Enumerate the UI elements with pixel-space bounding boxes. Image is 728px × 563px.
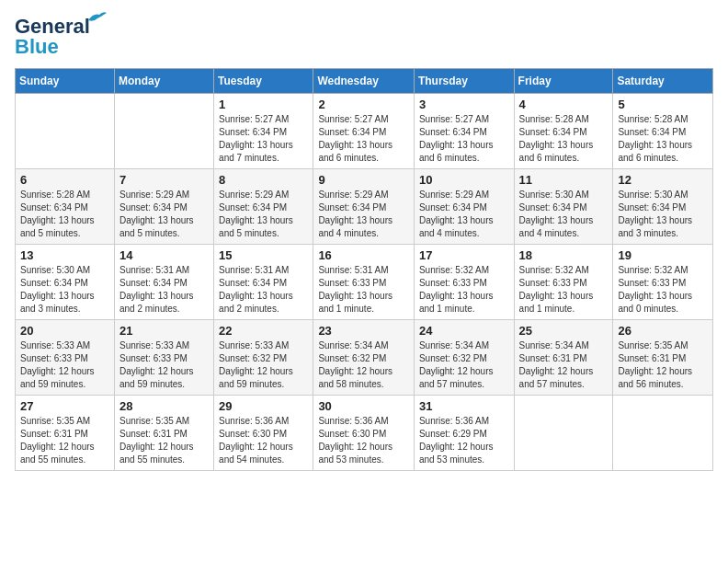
day-cell: 4Sunrise: 5:28 AM Sunset: 6:34 PM Daylig… bbox=[514, 94, 613, 169]
day-info: Sunrise: 5:33 AM Sunset: 6:33 PM Dayligh… bbox=[119, 339, 209, 391]
day-info: Sunrise: 5:32 AM Sunset: 6:33 PM Dayligh… bbox=[618, 264, 708, 316]
day-cell: 28Sunrise: 5:35 AM Sunset: 6:31 PM Dayli… bbox=[114, 396, 213, 471]
week-row-3: 13Sunrise: 5:30 AM Sunset: 6:34 PM Dayli… bbox=[16, 245, 713, 320]
day-number: 31 bbox=[419, 399, 509, 413]
day-info: Sunrise: 5:33 AM Sunset: 6:33 PM Dayligh… bbox=[20, 339, 109, 391]
logo-bird-icon bbox=[86, 9, 107, 26]
day-info: Sunrise: 5:32 AM Sunset: 6:33 PM Dayligh… bbox=[519, 264, 609, 316]
day-cell: 7Sunrise: 5:29 AM Sunset: 6:34 PM Daylig… bbox=[114, 169, 213, 245]
day-cell: 11Sunrise: 5:30 AM Sunset: 6:34 PM Dayli… bbox=[514, 169, 613, 245]
day-info: Sunrise: 5:29 AM Sunset: 6:34 PM Dayligh… bbox=[119, 189, 209, 240]
day-info: Sunrise: 5:36 AM Sunset: 6:30 PM Dayligh… bbox=[219, 415, 308, 466]
day-number: 6 bbox=[20, 173, 109, 187]
day-info: Sunrise: 5:27 AM Sunset: 6:34 PM Dayligh… bbox=[219, 113, 308, 165]
weekday-header-monday: Monday bbox=[114, 69, 213, 94]
day-cell: 24Sunrise: 5:34 AM Sunset: 6:32 PM Dayli… bbox=[414, 320, 514, 396]
day-cell: 25Sunrise: 5:34 AM Sunset: 6:31 PM Dayli… bbox=[514, 320, 613, 396]
day-cell: 1Sunrise: 5:27 AM Sunset: 6:34 PM Daylig… bbox=[214, 94, 313, 169]
logo-general: General bbox=[15, 15, 90, 38]
day-number: 3 bbox=[419, 98, 509, 111]
day-number: 30 bbox=[318, 399, 409, 413]
day-cell: 22Sunrise: 5:33 AM Sunset: 6:32 PM Dayli… bbox=[214, 320, 313, 396]
day-info: Sunrise: 5:35 AM Sunset: 6:31 PM Dayligh… bbox=[20, 415, 109, 466]
day-number: 24 bbox=[419, 324, 509, 338]
day-info: Sunrise: 5:33 AM Sunset: 6:32 PM Dayligh… bbox=[219, 339, 308, 391]
day-number: 27 bbox=[20, 399, 109, 413]
day-number: 7 bbox=[119, 173, 209, 187]
day-number: 22 bbox=[219, 324, 308, 338]
day-number: 4 bbox=[519, 98, 609, 111]
day-number: 19 bbox=[618, 248, 708, 262]
day-cell: 16Sunrise: 5:31 AM Sunset: 6:33 PM Dayli… bbox=[313, 245, 415, 320]
day-info: Sunrise: 5:31 AM Sunset: 6:34 PM Dayligh… bbox=[219, 264, 308, 316]
day-number: 17 bbox=[419, 248, 509, 262]
day-info: Sunrise: 5:29 AM Sunset: 6:34 PM Dayligh… bbox=[419, 189, 509, 240]
day-cell: 14Sunrise: 5:31 AM Sunset: 6:34 PM Dayli… bbox=[114, 245, 213, 320]
calendar-table: SundayMondayTuesdayWednesdayThursdayFrid… bbox=[15, 68, 713, 471]
weekday-header-row: SundayMondayTuesdayWednesdayThursdayFrid… bbox=[16, 69, 713, 94]
day-info: Sunrise: 5:27 AM Sunset: 6:34 PM Dayligh… bbox=[419, 113, 509, 165]
day-cell: 20Sunrise: 5:33 AM Sunset: 6:33 PM Dayli… bbox=[16, 320, 115, 396]
day-number: 26 bbox=[618, 324, 708, 338]
day-info: Sunrise: 5:30 AM Sunset: 6:34 PM Dayligh… bbox=[618, 189, 708, 240]
day-number: 23 bbox=[318, 324, 409, 338]
day-info: Sunrise: 5:30 AM Sunset: 6:34 PM Dayligh… bbox=[20, 264, 109, 316]
day-info: Sunrise: 5:36 AM Sunset: 6:30 PM Dayligh… bbox=[318, 415, 409, 466]
day-cell: 13Sunrise: 5:30 AM Sunset: 6:34 PM Dayli… bbox=[16, 245, 115, 320]
day-info: Sunrise: 5:34 AM Sunset: 6:31 PM Dayligh… bbox=[519, 339, 609, 391]
day-cell: 21Sunrise: 5:33 AM Sunset: 6:33 PM Dayli… bbox=[114, 320, 213, 396]
day-cell: 23Sunrise: 5:34 AM Sunset: 6:32 PM Dayli… bbox=[313, 320, 415, 396]
day-cell: 6Sunrise: 5:28 AM Sunset: 6:34 PM Daylig… bbox=[16, 169, 115, 245]
day-cell bbox=[613, 396, 713, 471]
weekday-header-friday: Friday bbox=[514, 69, 613, 94]
day-number: 16 bbox=[318, 248, 409, 262]
day-cell: 29Sunrise: 5:36 AM Sunset: 6:30 PM Dayli… bbox=[214, 396, 313, 471]
day-info: Sunrise: 5:34 AM Sunset: 6:32 PM Dayligh… bbox=[318, 339, 409, 391]
day-info: Sunrise: 5:29 AM Sunset: 6:34 PM Dayligh… bbox=[219, 189, 308, 240]
weekday-header-sunday: Sunday bbox=[16, 69, 115, 94]
day-cell: 10Sunrise: 5:29 AM Sunset: 6:34 PM Dayli… bbox=[414, 169, 514, 245]
day-cell: 15Sunrise: 5:31 AM Sunset: 6:34 PM Dayli… bbox=[214, 245, 313, 320]
day-cell: 19Sunrise: 5:32 AM Sunset: 6:33 PM Dayli… bbox=[613, 245, 713, 320]
day-info: Sunrise: 5:31 AM Sunset: 6:33 PM Dayligh… bbox=[318, 264, 409, 316]
day-info: Sunrise: 5:35 AM Sunset: 6:31 PM Dayligh… bbox=[119, 415, 209, 466]
day-cell bbox=[114, 94, 213, 169]
day-info: Sunrise: 5:28 AM Sunset: 6:34 PM Dayligh… bbox=[20, 189, 109, 240]
day-number: 15 bbox=[219, 248, 308, 262]
weekday-header-wednesday: Wednesday bbox=[313, 69, 415, 94]
day-number: 12 bbox=[618, 173, 708, 187]
day-info: Sunrise: 5:28 AM Sunset: 6:34 PM Dayligh… bbox=[618, 113, 708, 165]
day-info: Sunrise: 5:36 AM Sunset: 6:29 PM Dayligh… bbox=[419, 415, 509, 466]
day-cell: 31Sunrise: 5:36 AM Sunset: 6:29 PM Dayli… bbox=[414, 396, 514, 471]
weekday-header-tuesday: Tuesday bbox=[214, 69, 313, 94]
day-cell: 12Sunrise: 5:30 AM Sunset: 6:34 PM Dayli… bbox=[613, 169, 713, 245]
day-cell: 2Sunrise: 5:27 AM Sunset: 6:34 PM Daylig… bbox=[313, 94, 415, 169]
day-number: 13 bbox=[20, 248, 109, 262]
day-cell: 3Sunrise: 5:27 AM Sunset: 6:34 PM Daylig… bbox=[414, 94, 514, 169]
calendar-body: 1Sunrise: 5:27 AM Sunset: 6:34 PM Daylig… bbox=[16, 94, 713, 471]
day-number: 9 bbox=[318, 173, 409, 187]
day-number: 8 bbox=[219, 173, 308, 187]
week-row-1: 1Sunrise: 5:27 AM Sunset: 6:34 PM Daylig… bbox=[16, 94, 713, 169]
day-number: 11 bbox=[519, 173, 609, 187]
weekday-header-saturday: Saturday bbox=[613, 69, 713, 94]
logo: General Blue bbox=[15, 15, 90, 59]
day-cell: 26Sunrise: 5:35 AM Sunset: 6:31 PM Dayli… bbox=[613, 320, 713, 396]
day-info: Sunrise: 5:35 AM Sunset: 6:31 PM Dayligh… bbox=[618, 339, 708, 391]
day-number: 2 bbox=[318, 98, 409, 111]
day-info: Sunrise: 5:29 AM Sunset: 6:34 PM Dayligh… bbox=[318, 189, 409, 240]
day-cell: 5Sunrise: 5:28 AM Sunset: 6:34 PM Daylig… bbox=[613, 94, 713, 169]
day-number: 5 bbox=[618, 98, 708, 111]
day-number: 28 bbox=[119, 399, 209, 413]
day-cell bbox=[514, 396, 613, 471]
day-cell: 9Sunrise: 5:29 AM Sunset: 6:34 PM Daylig… bbox=[313, 169, 415, 245]
day-number: 25 bbox=[519, 324, 609, 338]
day-number: 10 bbox=[419, 173, 509, 187]
day-info: Sunrise: 5:30 AM Sunset: 6:34 PM Dayligh… bbox=[519, 189, 609, 240]
day-number: 1 bbox=[219, 98, 308, 111]
week-row-2: 6Sunrise: 5:28 AM Sunset: 6:34 PM Daylig… bbox=[16, 169, 713, 245]
day-info: Sunrise: 5:28 AM Sunset: 6:34 PM Dayligh… bbox=[519, 113, 609, 165]
day-info: Sunrise: 5:34 AM Sunset: 6:32 PM Dayligh… bbox=[419, 339, 509, 391]
day-cell: 18Sunrise: 5:32 AM Sunset: 6:33 PM Dayli… bbox=[514, 245, 613, 320]
day-cell: 17Sunrise: 5:32 AM Sunset: 6:33 PM Dayli… bbox=[414, 245, 514, 320]
